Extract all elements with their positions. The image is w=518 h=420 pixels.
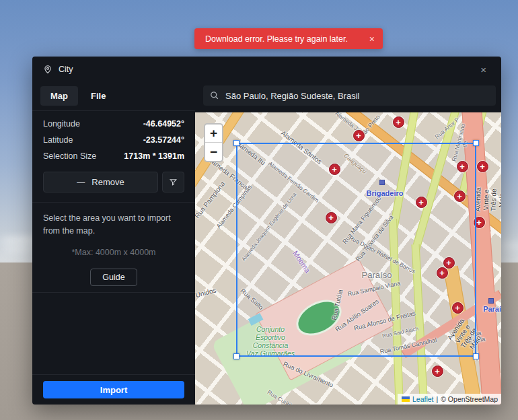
tab-bar: Map File [32,82,195,110]
coordinate-fields: Longitude -46.64952° Latitude -23.57244°… [32,111,195,170]
dialog-header: City × [32,57,501,82]
funnel-icon [169,178,178,186]
leaflet-link[interactable]: Leaflet [412,395,434,403]
longitude-label: Longitude [43,119,80,129]
location-pin-icon [43,65,52,74]
selection-handle-bottom-left[interactable] [233,353,239,359]
max-size-note: *Max: 4000m x 4000m [43,248,184,257]
metro-station-icon [488,298,494,304]
filter-button[interactable] [162,172,184,193]
tab-file[interactable]: File [81,86,116,106]
longitude-value: -46.64952° [143,119,184,129]
latitude-value: -23.57244° [143,135,184,145]
hospital-marker-icon[interactable]: + [353,130,365,141]
selection-size-label: Selection Size [43,151,96,161]
remove-button-label: Remove [91,177,124,187]
hospital-marker-icon[interactable]: + [393,116,404,128]
instruction-text: Select the area you want to import from … [43,212,184,238]
attribution-separator: | [436,395,438,403]
app-window: Download error. Please try again later. … [0,0,518,420]
zoom-out-button[interactable]: − [205,143,222,161]
selection-handle-bottom-right[interactable] [473,353,479,359]
toast-close-icon[interactable]: × [363,34,375,44]
latitude-row: Latitude -23.57244° [43,135,184,145]
map-attribution: Leaflet | © OpenStreetMap [398,394,501,405]
minus-icon: — [77,178,85,187]
hospital-marker-icon[interactable]: + [477,161,488,172]
longitude-row: Longitude -46.64952° [43,119,184,129]
left-panel: Map File Longitude -46.64952° Latitude -… [32,82,195,405]
map-canvas[interactable]: Alameda JaúAlameda SantosAlameda ItuAlam… [195,112,501,405]
dialog-footer: Import [32,374,195,405]
ukraine-flag-icon [402,396,410,402]
osm-attribution[interactable]: © OpenStreetMap [441,395,498,403]
dialog-title: City [59,65,475,74]
selection-handle-top-right[interactable] [473,140,479,146]
cloud [499,242,518,249]
search-icon [210,91,219,100]
search-row: São Paulo, Região Sudeste, Brasil [195,82,501,112]
zoom-in-button[interactable]: + [205,125,222,143]
hospital-marker-icon[interactable]: + [432,365,443,377]
import-button[interactable]: Import [43,381,184,398]
toast-message: Download error. Please try again later. [205,34,363,44]
remove-selection-button[interactable]: — Remove [43,172,158,193]
city-import-dialog: City × Map File Longitude -46.64952° Lat… [32,57,501,405]
tab-map[interactable]: Map [40,86,78,106]
map-selection[interactable] [236,143,476,357]
search-input[interactable]: São Paulo, Região Sudeste, Brasil [203,85,496,106]
search-value: São Paulo, Região Sudeste, Brasil [225,91,359,101]
error-toast: Download error. Please try again later. … [194,28,383,49]
panel-spacer [32,292,195,374]
guide-button[interactable]: Guide [90,269,137,286]
cloud [3,246,36,253]
latitude-label: Latitude [43,135,73,145]
instruction-section: Select the area you want to import from … [32,203,195,292]
selection-size-row: Selection Size 1713m * 1391m [43,151,184,161]
map-zoom-control: + − [204,123,223,162]
dialog-close-icon[interactable]: × [475,63,492,77]
map-column: São Paulo, Região Sudeste, Brasil [195,82,501,405]
selection-size-value: 1713m * 1391m [124,151,184,161]
selection-handle-top-left[interactable] [233,140,239,146]
